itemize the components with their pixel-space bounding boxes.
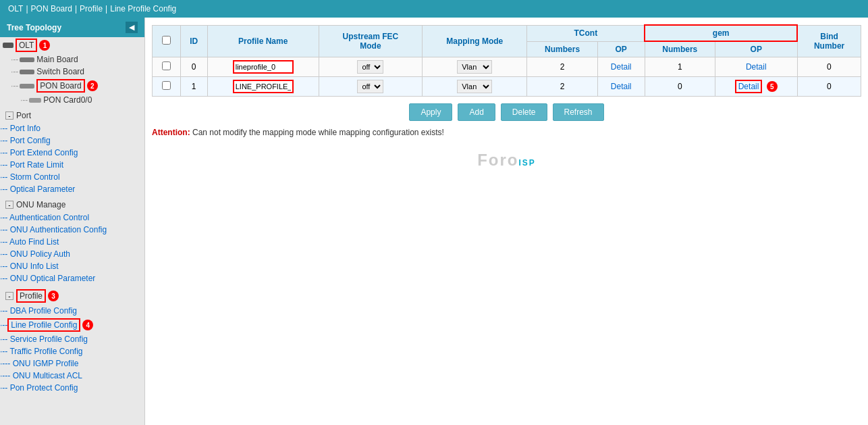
row0-profile-name-cell	[207, 57, 319, 77]
sidebar: Tree Topology ◀ OLT 1 ·-- Main Board ·--…	[0, 18, 145, 425]
sidebar-item-onu-optical-param[interactable]: ·-- ONU Optical Parameter	[0, 272, 144, 284]
row1-tcont-op: Detail	[597, 77, 645, 97]
sep3: |	[105, 4, 107, 14]
sidebar-item-dba-profile[interactable]: ·-- DBA Profile Config	[0, 305, 144, 317]
sidebar-item-pon-card[interactable]: ·-- PON Card0/0	[0, 94, 144, 106]
sidebar-item-traffic-profile[interactable]: ·-- Traffic Profile Config	[0, 345, 144, 357]
sidebar-title: Tree Topology ◀	[0, 18, 144, 37]
sidebar-item-onu-igmp[interactable]: ·--- ONU IGMP Profile	[0, 357, 144, 370]
header-gem: gem	[645, 25, 797, 41]
sidebar-item-optical-parameter[interactable]: ·-- Optical Parameter	[0, 183, 144, 195]
sidebar-item-line-profile[interactable]: ·-- Line Profile Config 4	[0, 317, 144, 333]
row1-profile-name-input[interactable]	[233, 80, 294, 93]
apply-button[interactable]: Apply	[409, 103, 452, 121]
sidebar-item-authentication-control[interactable]: ·-- Authentication Control	[0, 211, 144, 224]
line-profile-table: ID Profile Name Upstream FECMode Mapping…	[152, 24, 861, 97]
pon-card-icon	[29, 98, 41, 103]
sidebar-item-main-board[interactable]: ·-- Main Board	[0, 53, 144, 66]
port-section-label: Port	[16, 111, 31, 120]
switch-board-label: Switch Board	[36, 67, 84, 76]
row0-fec-cell: off on	[319, 57, 422, 77]
header-tcont: TCont	[527, 25, 645, 41]
line-profile-badge: 4	[82, 320, 93, 330]
attention-label: Attention:	[152, 128, 190, 137]
table-row: 1 off on Vlan GEM	[153, 77, 861, 97]
select-all-checkbox[interactable]	[162, 36, 171, 45]
sidebar-title-text: Tree Topology	[7, 23, 61, 32]
main-board-icon	[20, 57, 34, 62]
sidebar-item-pon-board[interactable]: ·-- PON Board 2	[0, 78, 144, 94]
row1-fec-select[interactable]: off on	[357, 80, 383, 93]
row1-mapping-cell: Vlan GEM	[423, 77, 527, 97]
row0-mapping-cell: Vlan GEM	[423, 57, 527, 77]
sidebar-item-pon-protect[interactable]: ·-- Pon Protect Config	[0, 382, 144, 394]
breadcrumb-bar: OLT | PON Board | Profile | Line Profile…	[0, 0, 868, 18]
header-id: ID	[180, 25, 207, 57]
breadcrumb-line-profile: Line Profile Config	[110, 4, 176, 14]
watermark: ForoISP	[152, 151, 861, 170]
onu-manage-section[interactable]: - ONU Manage	[0, 198, 144, 211]
profile-expand-icon: -	[5, 292, 13, 300]
profile-badge: 3	[48, 291, 59, 301]
row1-bind: 0	[797, 77, 861, 97]
row0-fec-select[interactable]: off on	[357, 60, 383, 74]
sidebar-item-onu-policy-auth[interactable]: ·-- ONU Policy Auth	[0, 248, 144, 260]
row0-gem-detail-link[interactable]: Detail	[746, 62, 767, 72]
header-tcont-numbers: Numbers	[527, 41, 597, 57]
sidebar-item-port-rate-limit[interactable]: ·-- Port Rate Limit	[0, 159, 144, 171]
sidebar-collapse-button[interactable]: ◀	[126, 22, 138, 33]
sep2: |	[75, 4, 77, 14]
line-profile-label[interactable]: Line Profile Config	[7, 318, 80, 332]
pon-board-badge: 2	[87, 80, 98, 91]
row1-id: 1	[180, 77, 207, 97]
header-profile-name: Profile Name	[207, 25, 319, 57]
refresh-button[interactable]: Refresh	[553, 103, 604, 121]
row0-checkbox[interactable]	[162, 61, 171, 70]
row0-gem-num: 1	[645, 57, 715, 77]
table-row: 0 off on Vlan GEM	[153, 57, 861, 77]
switch-board-icon	[20, 70, 34, 74]
breadcrumb-profile[interactable]: Profile	[80, 4, 103, 14]
row1-tcont-num: 2	[527, 77, 597, 97]
header-gem-numbers: Numbers	[645, 41, 715, 57]
sidebar-item-switch-board[interactable]: ·-- Switch Board	[0, 66, 144, 78]
row1-gem-detail-link[interactable]: Detail	[735, 80, 763, 93]
attention-message: Attention: Can not modify the mapping mo…	[152, 128, 861, 137]
sidebar-item-onu-multicast[interactable]: ·--- ONU Multicast ACL	[0, 370, 144, 382]
breadcrumb-olt[interactable]: OLT	[8, 4, 23, 14]
port-section[interactable]: - Port	[0, 109, 144, 122]
row1-mapping-select[interactable]: Vlan GEM	[457, 80, 492, 93]
olt-badge: 1	[39, 40, 50, 51]
sidebar-item-storm-control[interactable]: ·-- Storm Control	[0, 171, 144, 183]
pon-board-label: PON Board	[36, 79, 84, 93]
breadcrumb-pon-board[interactable]: PON Board	[31, 4, 72, 14]
olt-icon	[3, 43, 13, 48]
sidebar-item-onu-auth-config[interactable]: ·-- ONU Authentication Config	[0, 224, 144, 236]
row1-checkbox-cell	[153, 77, 181, 97]
row0-tcont-detail-link[interactable]: Detail	[611, 62, 632, 72]
row1-gem-op: Detail 5	[715, 77, 797, 97]
header-mapping-mode: Mapping Mode	[423, 25, 527, 57]
header-gem-op: OP	[715, 41, 797, 57]
add-button[interactable]: Add	[458, 103, 495, 121]
profile-section[interactable]: - Profile 3	[0, 287, 144, 305]
delete-button[interactable]: Delete	[501, 103, 547, 121]
header-checkbox	[153, 25, 181, 57]
sidebar-item-onu-info-list[interactable]: ·-- ONU Info List	[0, 260, 144, 272]
attention-text: Can not modify the mapping mode while ma…	[192, 128, 444, 137]
olt-label: OLT	[16, 39, 37, 52]
row0-checkbox-cell	[153, 57, 181, 77]
sidebar-item-port-config[interactable]: ·-- Port Config	[0, 134, 144, 147]
connector4: ·--	[20, 95, 28, 105]
row1-checkbox[interactable]	[162, 81, 171, 90]
row0-mapping-select[interactable]: Vlan GEM	[457, 60, 492, 74]
sidebar-item-port-extend-config[interactable]: ·-- Port Extend Config	[0, 147, 144, 159]
gem-op-badge: 5	[767, 81, 778, 92]
row1-tcont-detail-link[interactable]: Detail	[611, 82, 632, 91]
row0-profile-name-input[interactable]	[233, 60, 294, 74]
row0-tcont-num: 2	[527, 57, 597, 77]
sidebar-item-service-profile[interactable]: ·-- Service Profile Config	[0, 333, 144, 345]
sidebar-item-olt[interactable]: OLT 1	[0, 37, 144, 53]
sidebar-item-auto-find-list[interactable]: ·-- Auto Find List	[0, 236, 144, 248]
sidebar-item-port-info[interactable]: ·-- Port Info	[0, 122, 144, 134]
